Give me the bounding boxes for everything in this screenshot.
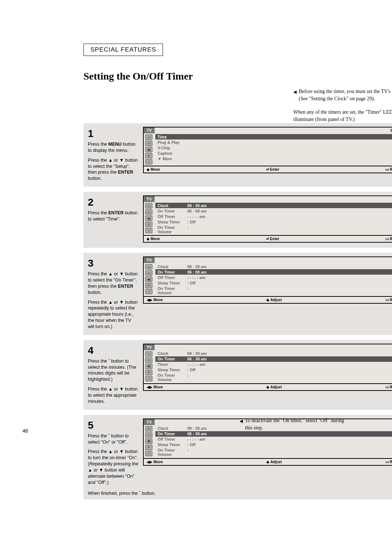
osd-cell: - - : - - am (187, 214, 208, 219)
return-icon: ▭ (385, 385, 389, 389)
icon-sound: ▭ (145, 357, 152, 363)
osd-cell (208, 220, 392, 224)
osd-cell: Off Timer (158, 214, 187, 219)
osd-cell: Clock (158, 264, 187, 269)
osd-list: Time ▸ Plug & Play ▸ V-Chip ▸ Caption ▸ … (154, 133, 392, 166)
enter-icon: ◆ (266, 298, 269, 302)
icon-picture: ▭ (145, 203, 152, 209)
osd-row: On Timer 06 : 00 am Off (155, 269, 392, 275)
step-wrap: 2 Press the ENTER button to select "Time… (83, 192, 392, 253)
note-timer-led: When any of the timers are set, the "Tim… (293, 109, 392, 124)
icon-picture: ▭ (145, 351, 152, 357)
osd-enter: ◆Adjust (266, 460, 282, 464)
osd-cell: Caption (158, 151, 187, 155)
osd-enter: ⏎Enter (266, 237, 279, 241)
osd-cell: - - : - - am (187, 275, 208, 280)
icon-sound: ▭ (145, 209, 152, 215)
osd-panel: TV Setup ▭ ▭ ◀) ✕ ⎍ Time ▸ Plug & Play ▸… (143, 127, 392, 173)
osd-cell: 09 : 30 am (187, 264, 208, 269)
section-header: SPECIAL FEATURES (90, 46, 156, 53)
osd-row: Caption ▸ (155, 150, 392, 156)
step-wrap: 4 Press the ˆ button to select the minut… (83, 340, 392, 415)
icon-setup: ✕ (145, 445, 152, 450)
osd-cell: - - : - - am (187, 362, 208, 367)
osd-cell: Off (208, 437, 392, 441)
osd-row: On Timer Volume : 10 (155, 286, 392, 295)
osd-cell: : Off (187, 442, 208, 447)
icon-sound: ▭ (145, 432, 152, 438)
step-osd-container: TV Time ▭ ▭ ◀) ✕ ⎍ Clock 09 : 30 am ▸ On… (143, 256, 392, 330)
osd-cell: On Timer (158, 357, 187, 361)
updown-icon: ◆ (147, 167, 150, 171)
osd-cell: ▸ (208, 264, 392, 269)
icon-function: ⎍ (145, 451, 152, 456)
step-instructions: 3 Press the ▲ or ▼ button to select the … (88, 256, 139, 330)
osd-panel: TV Time ▭ ▭ ◀) ✕ ⎍ Clock 09 : 30 am ▸ On… (143, 344, 392, 391)
osd-move: ◀▶Move (147, 460, 163, 464)
osd-cell: ▸ (208, 151, 392, 155)
step-text: Press the ENTER button to select "Time". (88, 210, 139, 222)
osd-title: Time (389, 196, 392, 202)
osd-cell (208, 368, 392, 372)
osd-cell: Clock (158, 203, 187, 208)
osd-cell: : Off (187, 220, 208, 224)
step-instructions: 4 Press the ˆ button to select the minut… (88, 344, 139, 405)
osd-cell: Off (208, 209, 392, 213)
step-block: 4 Press the ˆ button to select the minut… (83, 340, 392, 410)
osd-list: Clock 09 : 30 am ▸ On Timer 06 : 00 am O… (154, 263, 392, 296)
note-text: To deactivate the "On timer," select "Of… (245, 417, 352, 432)
osd-cell: On Timer Volume (158, 286, 187, 295)
osd-row: Off Timer - - : - - am Off (155, 275, 392, 280)
osd-cell: ▼ More (158, 157, 187, 161)
enter-icon: ⏎ (266, 237, 269, 241)
osd-cell: 10 (208, 373, 392, 382)
step-text-b: Press the ▲ or ▼ button to turn the on-t… (88, 449, 139, 485)
icon-channel: ◀) (145, 147, 152, 152)
osd-cell: Off Timer (158, 437, 187, 441)
osd-enter: ◆Adjust (266, 385, 282, 389)
osd-cell: ▸ (208, 146, 392, 150)
osd-title: Time (389, 257, 392, 263)
osd-cell: : (187, 286, 208, 295)
osd-cell: On Timer (158, 270, 187, 274)
osd-sidebar-icons: ▭ ▭ ◀) ✕ ⎍ (144, 263, 154, 296)
osd-row: Clock 09 : 30 am ▸ (155, 264, 392, 269)
osd-cell: Clock (158, 426, 187, 430)
osd-cell: Time (158, 135, 187, 139)
osd-footer: ◆Move ⏎Enter ▭Return (144, 166, 392, 173)
osd-title: Time (389, 419, 392, 425)
step-text: Press the ▲ or ▼ button to select the "O… (88, 271, 139, 296)
osd-cell: 09 : 30 am (187, 351, 208, 356)
osd-cell: : (187, 448, 208, 457)
osd-cell (187, 135, 208, 139)
osd-cell: On Timer Volume (158, 448, 187, 457)
osd-row: Time ▸ (155, 134, 392, 139)
osd-header: TV Time (144, 257, 392, 263)
osd-cell: Sleep Timer (158, 442, 187, 447)
updown-icon: ◀▶ (147, 385, 152, 389)
osd-row: On Timer Volume : 10 (155, 225, 392, 234)
step-text: Press the ˆ button to select "On" or "Of… (88, 433, 139, 445)
step-block: 1 Press the MENU button to display the m… (83, 123, 392, 187)
icon-function: ⎍ (145, 159, 152, 165)
return-icon: ▭ (385, 298, 389, 302)
osd-list: Clock 09 : 30 am ▸ On Timer 06 : 30 am O… (154, 350, 392, 383)
osd-cell (187, 151, 208, 155)
osd-footer: ◆Move ⏎Enter ▭Return (144, 235, 392, 242)
updown-icon: ◆ (147, 237, 150, 241)
osd-cell (208, 442, 392, 447)
section-header-box: SPECIAL FEATURES (83, 44, 163, 56)
osd-row: On Timer Volume : 10 (155, 373, 392, 383)
icon-sound: ▭ (145, 141, 152, 146)
right-column: ◀ Before using the timer, you must set t… (293, 88, 392, 123)
osd-cell: 06 : 00 am (187, 270, 208, 274)
icon-channel: ◀) (145, 364, 152, 369)
step-number: 1 (88, 127, 139, 141)
osd-cell: 06 : 30 am (187, 357, 208, 361)
enter-icon: ⏎ (266, 167, 269, 171)
icon-picture: ▭ (145, 426, 152, 432)
icon-setup: ✕ (145, 222, 152, 227)
updown-icon: ◀▶ (147, 460, 152, 464)
step-wrap: 3 Press the ▲ or ▼ button to select the … (83, 253, 392, 340)
step-number: 4 (88, 344, 139, 357)
